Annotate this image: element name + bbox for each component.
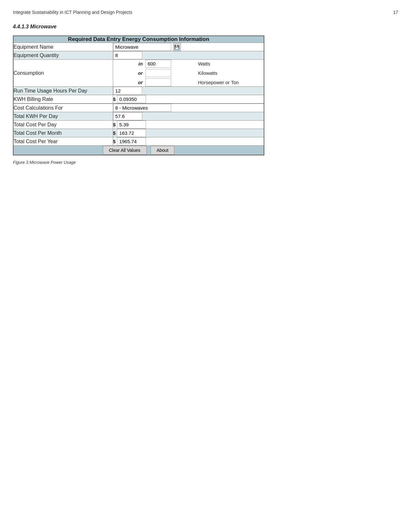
total-kwh-row: Total KWH Per Day	[13, 112, 264, 121]
equipment-quantity-row: Equipment Quantity	[13, 51, 264, 60]
total-cost-month-dollar-row: $	[113, 129, 264, 137]
equipment-name-label: Equipment Name	[13, 43, 113, 51]
consumption-grid: in Watts or Kilowatts or Horsepower or T…	[113, 60, 264, 86]
total-cost-day-value-cell: $	[113, 121, 264, 129]
consumption-hp-input[interactable]	[145, 78, 171, 86]
run-time-input[interactable]	[113, 87, 142, 95]
bottom-buttons-cell: Clear All Values About	[13, 146, 264, 155]
total-cost-day-label: Total Cost Per Day	[13, 121, 113, 129]
consumption-watts-input[interactable]	[145, 60, 171, 68]
total-cost-month-dollar-sign: $	[113, 130, 116, 136]
consumption-kw-unit: Kilowatts	[198, 70, 264, 76]
total-cost-year-dollar-row: $	[113, 137, 264, 145]
consumption-watts-unit: Watts	[198, 61, 264, 66]
total-kwh-label: Total KWH Per Day	[13, 112, 113, 121]
consumption-kw-input[interactable]	[145, 69, 171, 77]
total-cost-month-row: Total Cost Per Month $	[13, 129, 264, 137]
clear-all-values-button[interactable]: Clear All Values	[103, 146, 147, 155]
total-cost-day-input[interactable]	[117, 121, 146, 129]
equipment-name-wrap: 💾	[113, 43, 264, 51]
kwh-rate-row: KWH Billing Rate $	[13, 95, 264, 103]
total-kwh-input[interactable]	[113, 112, 142, 120]
page-header: Integrate Sustainability in ICT Planning…	[13, 10, 398, 15]
total-cost-year-value-cell: $	[113, 137, 264, 146]
consumption-or1-label: or	[113, 70, 143, 76]
cost-calc-label: Cost Calculations For	[13, 104, 113, 112]
equipment-name-input[interactable]	[113, 43, 171, 51]
cost-calc-row: Cost Calculations For	[13, 104, 264, 112]
figure-caption: Figure 3 Microwave Power Usage	[13, 160, 398, 165]
total-cost-year-input[interactable]	[117, 137, 146, 145]
consumption-or2-label: or	[113, 80, 143, 85]
consumption-value-cell: in Watts or Kilowatts or Horsepower or T…	[113, 60, 264, 87]
page-header-title: Integrate Sustainability in ICT Planning…	[13, 10, 132, 15]
total-cost-day-dollar-row: $	[113, 121, 264, 129]
total-cost-year-row: Total Cost Per Year $	[13, 137, 264, 146]
about-button[interactable]: About	[151, 146, 175, 155]
equipment-name-row: Equipment Name 💾	[13, 43, 264, 51]
bottom-row: Clear All Values About	[13, 146, 264, 155]
consumption-hp-unit: Horsepower or Ton	[198, 80, 264, 85]
page-number: 17	[393, 10, 398, 15]
kwh-rate-dollar-row: $	[113, 95, 264, 103]
run-time-value-cell	[113, 87, 264, 95]
run-time-row: Run Time Usage Hours Per Day	[13, 87, 264, 95]
save-icon[interactable]: 💾	[173, 43, 181, 51]
total-cost-day-row: Total Cost Per Day $	[13, 121, 264, 129]
equipment-name-value-cell: 💾	[113, 43, 264, 51]
consumption-row: Consumption in Watts or Kilowatts or Hor…	[13, 60, 264, 87]
kwh-rate-input[interactable]	[117, 95, 146, 103]
cost-calc-value-cell	[113, 104, 264, 112]
consumption-in-label: in	[113, 61, 143, 66]
consumption-label: Consumption	[13, 60, 113, 87]
kwh-rate-dollar-sign: $	[113, 96, 116, 102]
run-time-label: Run Time Usage Hours Per Day	[13, 87, 113, 95]
total-kwh-value-cell	[113, 112, 264, 121]
total-cost-month-value-cell: $	[113, 129, 264, 137]
equipment-quantity-input[interactable]	[113, 51, 142, 59]
total-cost-month-label: Total Cost Per Month	[13, 129, 113, 137]
cost-calc-input[interactable]	[113, 104, 171, 112]
total-cost-year-dollar-sign: $	[113, 139, 116, 144]
energy-table: Required Data Entry Energy Consumption I…	[13, 35, 264, 155]
equipment-quantity-label: Equipment Quantity	[13, 51, 113, 60]
section-heading: 4.4.1.3 Microwave	[13, 24, 398, 30]
kwh-rate-value-cell: $	[113, 95, 264, 103]
total-cost-year-label: Total Cost Per Year	[13, 137, 113, 146]
equipment-quantity-value-cell	[113, 51, 264, 60]
total-cost-day-dollar-sign: $	[113, 122, 116, 127]
table-header: Required Data Entry Energy Consumption I…	[13, 36, 264, 43]
kwh-rate-label: KWH Billing Rate	[13, 95, 113, 103]
total-cost-month-input[interactable]	[117, 129, 146, 137]
